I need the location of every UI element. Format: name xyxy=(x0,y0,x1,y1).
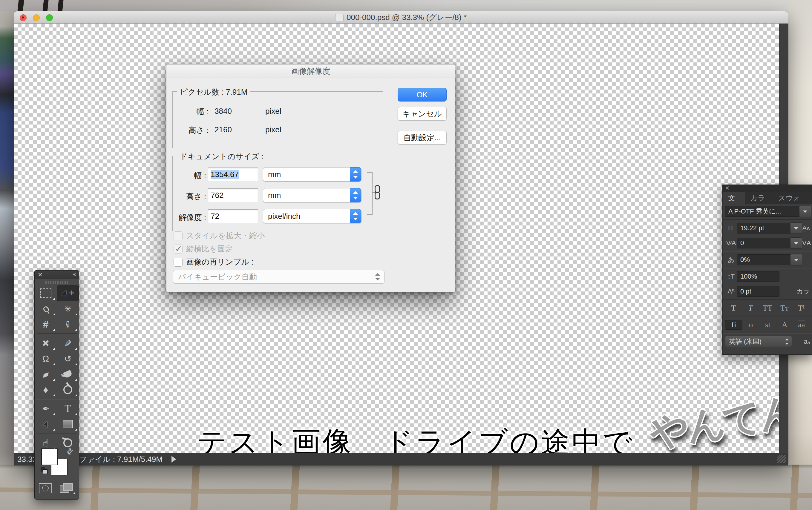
tsume-field[interactable]: 0% xyxy=(737,254,791,265)
type-tool-icon[interactable]: T xyxy=(57,401,79,416)
font-size-field[interactable]: 19.22 pt xyxy=(737,223,791,234)
eyedropper-tool-icon[interactable]: ✑ xyxy=(57,317,79,332)
default-colors-icon[interactable] xyxy=(40,467,48,474)
scale-styles-label: スタイルを拡大・縮小 xyxy=(186,231,265,240)
small-caps-button[interactable]: Tᴛ xyxy=(776,304,793,312)
doc-width-label: 幅 : xyxy=(185,171,206,181)
ligatures-button[interactable]: fi xyxy=(725,320,743,330)
panel-separator xyxy=(723,251,812,252)
swap-colors-icon[interactable]: ⇄ xyxy=(64,446,75,457)
baseline-shift-field[interactable]: 0 pt xyxy=(737,286,779,297)
all-caps-button[interactable]: TT xyxy=(759,304,776,312)
dodge-tool-icon[interactable] xyxy=(57,382,79,397)
path-selection-tool-icon[interactable]: ➤ xyxy=(35,416,57,432)
resample-method-value: バイキュービック自動 xyxy=(178,272,257,281)
doc-resolution-unit-select[interactable]: pixel/inch xyxy=(263,209,361,223)
doc-width-input[interactable]: 1354.67 xyxy=(208,168,258,181)
character-panel-header[interactable]: ✕ xyxy=(723,185,812,192)
stepper-icon[interactable] xyxy=(350,209,361,223)
doc-width-unit-select[interactable]: mm xyxy=(263,167,361,182)
tab-swatches[interactable]: スウォッチ xyxy=(773,192,812,204)
tsume-icon: あ xyxy=(725,255,737,264)
close-icon[interactable]: ✕ xyxy=(38,271,43,278)
kerning-dropdown-icon[interactable] xyxy=(790,237,802,249)
doc-resolution-unit: pixel/inch xyxy=(268,212,300,221)
pixel-height-unit: pixel xyxy=(265,125,281,134)
scale-styles-checkbox[interactable] xyxy=(174,232,182,240)
language-value: 英語 (米国) xyxy=(729,338,761,345)
blur-tool-icon[interactable]: ♦ xyxy=(35,382,57,397)
character-panel: ✕ 文字 カラー スウォッチ A P-OTF 秀英に... tT 19.22 p… xyxy=(722,184,812,355)
language-select[interactable]: 英語 (米国) xyxy=(725,336,792,347)
pen-tool-icon[interactable]: ✒ xyxy=(35,401,57,416)
oldstyle-button[interactable]: aa xyxy=(793,320,810,329)
doc-height-label: 高さ : xyxy=(179,191,206,202)
checkmark-icon: ✓ xyxy=(175,244,182,254)
doc-resolution-value: 72 xyxy=(211,212,219,221)
titling-alternates-button[interactable]: A xyxy=(776,320,793,329)
faux-bold-button[interactable]: T xyxy=(725,304,742,312)
resample-image-checkbox-row: 画像の再サンプル : xyxy=(174,257,254,267)
stepper-icon[interactable] xyxy=(350,188,361,203)
doc-resolution-label: 解像度 : xyxy=(173,212,206,223)
history-brush-tool-icon[interactable]: ↺ xyxy=(57,351,79,366)
pixel-width-unit: pixel xyxy=(265,107,281,116)
paint-bucket-tool-icon[interactable] xyxy=(57,366,79,382)
window-title: 000-000.psd @ 33.3% (グレー/8) * xyxy=(14,11,788,23)
font-family-dropdown-icon[interactable] xyxy=(799,206,811,217)
status-menu-arrow-icon[interactable] xyxy=(172,456,176,462)
foreground-color-swatch[interactable] xyxy=(41,449,58,465)
doc-resolution-input[interactable]: 72 xyxy=(208,209,258,223)
tools-palette-header[interactable]: ✕ « xyxy=(35,271,79,279)
rectangular-marquee-tool-icon[interactable] xyxy=(35,286,57,301)
font-family-field[interactable]: A P-OTF 秀英に... xyxy=(725,206,800,217)
vertical-scale-field[interactable]: 100% xyxy=(737,271,779,282)
lasso-tool-icon[interactable]: ϙ xyxy=(35,301,57,317)
tsume-dropdown-icon[interactable] xyxy=(790,254,802,266)
shape-tool-icon[interactable] xyxy=(57,416,79,432)
move-tool-icon[interactable]: ➤✛ xyxy=(57,286,79,301)
chevron-down-icon xyxy=(785,343,789,345)
panel-tabs: 文字 カラー スウォッチ xyxy=(723,192,812,204)
screen-mode-button[interactable] xyxy=(60,483,73,493)
kerning-field[interactable]: 0 xyxy=(737,238,791,248)
magic-wand-tool-icon[interactable]: ✳ xyxy=(57,301,79,317)
constrain-proportions-label: 縦横比を固定 xyxy=(186,244,233,253)
window-titlebar[interactable]: 000-000.psd @ 33.3% (グレー/8) * xyxy=(14,11,788,24)
palette-grip[interactable] xyxy=(46,281,68,284)
window-resize-grip[interactable] xyxy=(777,455,786,463)
ok-button[interactable]: OK xyxy=(398,88,446,101)
faux-italic-button[interactable]: T xyxy=(742,304,759,312)
stepper-icon[interactable] xyxy=(350,167,361,182)
tab-character[interactable]: 文字 xyxy=(723,192,745,204)
quick-mask-button[interactable] xyxy=(39,483,52,493)
clone-stamp-tool-icon[interactable]: Ω xyxy=(35,351,57,366)
resample-method-select[interactable]: バイキュービック自動 xyxy=(173,270,384,284)
spot-healing-brush-tool-icon[interactable]: ✚ xyxy=(35,335,57,351)
doc-height-unit-select[interactable]: mm xyxy=(263,188,361,203)
brush-tool-icon[interactable]: ✎ xyxy=(57,335,79,351)
auto-settings-button[interactable]: 自動設定... xyxy=(398,131,446,145)
kerning-row: V⁄A 0 V̲A̲ xyxy=(723,236,812,250)
pixel-dimensions-legend: ピクセル数 : 7.91M xyxy=(177,87,250,97)
crop-tool-icon[interactable]: # xyxy=(35,317,57,332)
font-size-dropdown-icon[interactable] xyxy=(790,222,802,234)
doc-height-input[interactable]: 762 xyxy=(208,188,258,202)
zoom-percentage[interactable]: 33.33 xyxy=(17,453,37,466)
pixel-dimensions-group: ピクセル数 : 7.91M 幅 : 3840 pixel 高さ : 2160 p… xyxy=(172,91,383,148)
tab-color[interactable]: カラー xyxy=(745,192,773,204)
constrain-proportions-checkbox[interactable]: ✓ xyxy=(174,244,182,253)
stylistic-alternates-button[interactable]: st xyxy=(759,320,776,329)
close-icon[interactable]: ✕ xyxy=(725,185,729,191)
dimension-link-bracket xyxy=(367,172,373,215)
cancel-button[interactable]: キャンセル xyxy=(398,107,446,121)
eraser-tool-icon[interactable]: ▰ xyxy=(35,366,57,382)
desktop-pavement-photo xyxy=(0,464,812,510)
swash-button[interactable]: o xyxy=(743,320,759,329)
collapse-icon[interactable]: « xyxy=(73,271,76,277)
resample-image-checkbox[interactable] xyxy=(174,258,182,267)
doc-height-value: 762 xyxy=(211,191,224,200)
superscript-button[interactable]: T¹ xyxy=(793,304,810,312)
toolbar-separator xyxy=(37,333,77,334)
constrain-proportions-checkbox-row: ✓ 縦横比を固定 xyxy=(174,244,233,254)
